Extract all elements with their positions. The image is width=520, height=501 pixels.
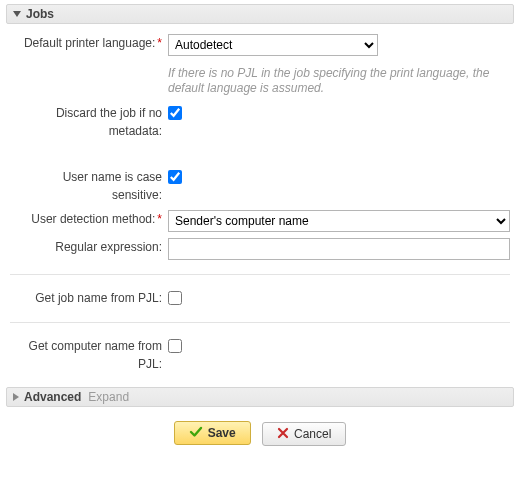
user-name-case-sensitive-label: User name is case sensitive: [10,168,168,204]
regular-expression-input[interactable] [168,238,510,260]
default-printer-language-label: Default printer language:* [10,34,168,52]
jobs-form: Default printer language:* Autodetect If… [6,24,514,373]
button-bar: Save Cancel [6,407,514,460]
cancel-button[interactable]: Cancel [262,422,346,446]
divider [10,274,510,275]
discard-no-metadata-checkbox[interactable] [168,106,182,120]
jobs-section-header[interactable]: Jobs [6,4,514,24]
discard-no-metadata-label: Discard the job if no metadata: [10,104,168,140]
user-name-case-sensitive-checkbox[interactable] [168,170,182,184]
user-detection-method-label: User detection method:* [10,210,168,228]
advanced-section-title: Advanced [24,390,81,404]
advanced-expand-label: Expand [88,390,129,404]
get-job-name-from-pjl-label: Get job name from PJL: [10,289,168,307]
get-computer-name-from-pjl-checkbox[interactable] [168,339,182,353]
get-job-name-from-pjl-checkbox[interactable] [168,291,182,305]
user-detection-method-select[interactable]: Sender's computer name [168,210,510,232]
advanced-section-header[interactable]: Advanced Expand [6,387,514,407]
chevron-right-icon [13,393,19,401]
chevron-down-icon [13,11,21,17]
close-icon [277,427,289,442]
divider [10,322,510,323]
save-button[interactable]: Save [174,421,251,445]
jobs-section-title: Jobs [26,7,54,21]
check-icon [189,425,203,442]
default-printer-language-select[interactable]: Autodetect [168,34,378,56]
get-computer-name-from-pjl-label: Get computer name from PJL: [10,337,168,373]
regular-expression-label: Regular expression: [10,238,168,256]
default-printer-language-help: If there is no PJL in the job specifying… [168,66,510,96]
